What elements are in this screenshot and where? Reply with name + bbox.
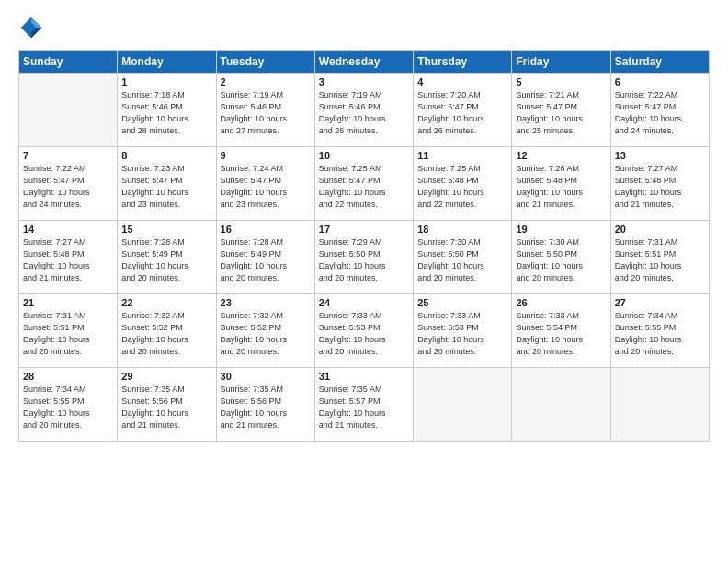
day-cell: 22Sunrise: 7:32 AM Sunset: 5:52 PM Dayli…	[118, 294, 216, 368]
day-number: 4	[417, 76, 507, 87]
day-cell: 19Sunrise: 7:30 AM Sunset: 5:50 PM Dayli…	[512, 221, 610, 294]
calendar-table: SundayMondayTuesdayWednesdayThursdayFrid…	[18, 50, 710, 442]
day-cell: 6Sunrise: 7:22 AM Sunset: 5:47 PM Daylig…	[610, 74, 709, 147]
day-cell	[512, 368, 610, 442]
day-number: 15	[121, 224, 211, 235]
day-number: 11	[417, 150, 507, 161]
day-cell: 17Sunrise: 7:29 AM Sunset: 5:50 PM Dayli…	[314, 221, 413, 294]
day-info: Sunrise: 7:28 AM Sunset: 5:49 PM Dayligh…	[221, 236, 311, 284]
logo	[18, 15, 48, 40]
day-cell: 7Sunrise: 7:22 AM Sunset: 5:47 PM Daylig…	[19, 147, 118, 221]
col-header-tuesday: Tuesday	[216, 51, 314, 74]
day-cell: 9Sunrise: 7:24 AM Sunset: 5:47 PM Daylig…	[216, 147, 314, 221]
day-info: Sunrise: 7:18 AM Sunset: 5:46 PM Dayligh…	[121, 89, 211, 137]
day-cell: 3Sunrise: 7:19 AM Sunset: 5:46 PM Daylig…	[314, 74, 413, 147]
day-number: 28	[23, 371, 113, 382]
day-number: 29	[121, 371, 211, 382]
day-cell: 27Sunrise: 7:34 AM Sunset: 5:55 PM Dayli…	[610, 294, 709, 368]
day-number: 7	[23, 150, 113, 161]
day-info: Sunrise: 7:34 AM Sunset: 5:55 PM Dayligh…	[23, 384, 113, 431]
day-info: Sunrise: 7:27 AM Sunset: 5:48 PM Dayligh…	[23, 236, 113, 284]
day-number: 26	[516, 297, 606, 308]
day-number: 16	[221, 224, 311, 235]
day-cell: 18Sunrise: 7:30 AM Sunset: 5:50 PM Dayli…	[414, 221, 512, 294]
day-number: 20	[615, 224, 705, 235]
day-cell: 11Sunrise: 7:25 AM Sunset: 5:48 PM Dayli…	[414, 147, 512, 221]
calendar-header-row: SundayMondayTuesdayWednesdayThursdayFrid…	[19, 51, 710, 74]
day-number: 24	[319, 297, 409, 308]
day-number: 31	[319, 371, 409, 382]
day-info: Sunrise: 7:25 AM Sunset: 5:47 PM Dayligh…	[319, 163, 409, 211]
col-header-monday: Monday	[118, 51, 216, 74]
day-info: Sunrise: 7:33 AM Sunset: 5:53 PM Dayligh…	[319, 310, 409, 358]
day-info: Sunrise: 7:35 AM Sunset: 5:56 PM Dayligh…	[221, 384, 311, 431]
day-info: Sunrise: 7:19 AM Sunset: 5:46 PM Dayligh…	[319, 89, 409, 137]
day-number: 3	[319, 76, 409, 87]
day-cell: 5Sunrise: 7:21 AM Sunset: 5:47 PM Daylig…	[512, 74, 610, 147]
day-info: Sunrise: 7:33 AM Sunset: 5:54 PM Dayligh…	[516, 310, 606, 358]
day-info: Sunrise: 7:22 AM Sunset: 5:47 PM Dayligh…	[615, 89, 705, 137]
day-info: Sunrise: 7:22 AM Sunset: 5:47 PM Dayligh…	[23, 163, 113, 211]
day-info: Sunrise: 7:31 AM Sunset: 5:51 PM Dayligh…	[615, 236, 705, 284]
day-number: 14	[23, 224, 113, 235]
logo-icon	[18, 15, 44, 40]
day-number: 21	[23, 297, 113, 308]
day-number: 2	[221, 76, 311, 87]
page: SundayMondayTuesdayWednesdayThursdayFrid…	[0, 0, 728, 563]
day-info: Sunrise: 7:34 AM Sunset: 5:55 PM Dayligh…	[615, 310, 705, 358]
day-number: 8	[121, 150, 211, 161]
header	[18, 15, 710, 40]
day-cell: 4Sunrise: 7:20 AM Sunset: 5:47 PM Daylig…	[414, 74, 512, 147]
day-info: Sunrise: 7:26 AM Sunset: 5:48 PM Dayligh…	[516, 163, 606, 211]
day-info: Sunrise: 7:30 AM Sunset: 5:50 PM Dayligh…	[516, 236, 606, 284]
calendar-body: 1Sunrise: 7:18 AM Sunset: 5:46 PM Daylig…	[19, 74, 710, 442]
week-row-2: 7Sunrise: 7:22 AM Sunset: 5:47 PM Daylig…	[19, 147, 710, 221]
day-number: 30	[221, 371, 311, 382]
day-number: 1	[121, 76, 211, 87]
day-info: Sunrise: 7:24 AM Sunset: 5:47 PM Dayligh…	[221, 163, 311, 211]
day-info: Sunrise: 7:31 AM Sunset: 5:51 PM Dayligh…	[23, 310, 113, 358]
day-number: 25	[417, 297, 507, 308]
day-number: 17	[319, 224, 409, 235]
day-cell	[414, 368, 512, 442]
day-info: Sunrise: 7:27 AM Sunset: 5:48 PM Dayligh…	[615, 163, 705, 211]
day-number: 19	[516, 224, 606, 235]
day-cell: 14Sunrise: 7:27 AM Sunset: 5:48 PM Dayli…	[19, 221, 118, 294]
day-cell: 25Sunrise: 7:33 AM Sunset: 5:53 PM Dayli…	[414, 294, 512, 368]
day-info: Sunrise: 7:21 AM Sunset: 5:47 PM Dayligh…	[516, 89, 606, 137]
day-cell: 21Sunrise: 7:31 AM Sunset: 5:51 PM Dayli…	[19, 294, 118, 368]
col-header-saturday: Saturday	[610, 51, 709, 74]
day-info: Sunrise: 7:29 AM Sunset: 5:50 PM Dayligh…	[319, 236, 409, 284]
day-cell	[610, 368, 709, 442]
day-info: Sunrise: 7:32 AM Sunset: 5:52 PM Dayligh…	[121, 310, 211, 358]
week-row-4: 21Sunrise: 7:31 AM Sunset: 5:51 PM Dayli…	[19, 294, 710, 368]
day-cell: 28Sunrise: 7:34 AM Sunset: 5:55 PM Dayli…	[19, 368, 118, 442]
day-cell: 26Sunrise: 7:33 AM Sunset: 5:54 PM Dayli…	[512, 294, 610, 368]
day-cell	[19, 74, 118, 147]
day-cell: 20Sunrise: 7:31 AM Sunset: 5:51 PM Dayli…	[610, 221, 709, 294]
day-cell: 10Sunrise: 7:25 AM Sunset: 5:47 PM Dayli…	[314, 147, 413, 221]
day-number: 10	[319, 150, 409, 161]
col-header-friday: Friday	[512, 51, 610, 74]
day-number: 9	[221, 150, 311, 161]
day-number: 22	[121, 297, 211, 308]
week-row-5: 28Sunrise: 7:34 AM Sunset: 5:55 PM Dayli…	[19, 368, 710, 442]
day-info: Sunrise: 7:20 AM Sunset: 5:47 PM Dayligh…	[417, 89, 507, 137]
day-info: Sunrise: 7:32 AM Sunset: 5:52 PM Dayligh…	[221, 310, 311, 358]
day-cell: 23Sunrise: 7:32 AM Sunset: 5:52 PM Dayli…	[216, 294, 314, 368]
day-number: 6	[615, 76, 705, 87]
day-info: Sunrise: 7:33 AM Sunset: 5:53 PM Dayligh…	[417, 310, 507, 358]
day-number: 5	[516, 76, 606, 87]
day-cell: 12Sunrise: 7:26 AM Sunset: 5:48 PM Dayli…	[512, 147, 610, 221]
day-number: 18	[417, 224, 507, 235]
day-number: 27	[615, 297, 705, 308]
day-cell: 15Sunrise: 7:28 AM Sunset: 5:49 PM Dayli…	[118, 221, 216, 294]
day-cell: 24Sunrise: 7:33 AM Sunset: 5:53 PM Dayli…	[314, 294, 413, 368]
day-info: Sunrise: 7:35 AM Sunset: 5:57 PM Dayligh…	[319, 384, 409, 431]
col-header-wednesday: Wednesday	[314, 51, 413, 74]
day-info: Sunrise: 7:23 AM Sunset: 5:47 PM Dayligh…	[121, 163, 211, 211]
day-info: Sunrise: 7:25 AM Sunset: 5:48 PM Dayligh…	[417, 163, 507, 211]
day-info: Sunrise: 7:19 AM Sunset: 5:46 PM Dayligh…	[221, 89, 311, 137]
col-header-thursday: Thursday	[414, 51, 512, 74]
day-number: 23	[221, 297, 311, 308]
